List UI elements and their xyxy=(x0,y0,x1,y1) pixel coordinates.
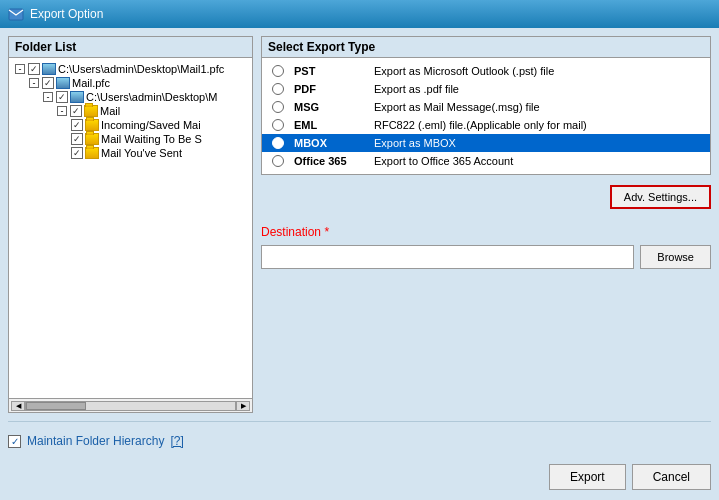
app-icon xyxy=(8,6,24,22)
tree-label-sent: Mail You've Sent xyxy=(101,147,182,159)
tree-item-sent[interactable]: Mail You've Sent xyxy=(13,146,248,160)
tree-label-mail: Mail xyxy=(100,105,120,117)
tree-item-root[interactable]: - C:\Users\admin\Desktop\Mail1.pfc xyxy=(13,62,248,76)
export-options: PST Export as Microsoft Outlook (.pst) f… xyxy=(262,58,710,174)
maintain-hierarchy-label: Maintain Folder Hierarchy xyxy=(27,434,164,448)
browse-button[interactable]: Browse xyxy=(640,245,711,269)
export-option-desc-mbox: Export as MBOX xyxy=(374,137,456,149)
export-option-office365[interactable]: Office 365 Export to Office 365 Account xyxy=(262,152,710,170)
adv-settings-button[interactable]: Adv. Settings... xyxy=(610,185,711,209)
export-option-mbox[interactable]: MBOX Export as MBOX xyxy=(262,134,710,152)
destination-label: Destination * xyxy=(261,225,711,239)
export-option-pst[interactable]: PST Export as Microsoft Outlook (.pst) f… xyxy=(262,62,710,80)
radio-eml[interactable] xyxy=(272,119,284,131)
export-button[interactable]: Export xyxy=(549,464,626,490)
maintain-hierarchy-link[interactable]: [?] xyxy=(170,434,183,448)
divider xyxy=(8,421,711,422)
horizontal-scrollbar[interactable]: ◀ ▶ xyxy=(9,398,252,412)
destination-section: Destination * Browse xyxy=(261,219,711,275)
expand-icon-mailpfc[interactable]: - xyxy=(29,78,39,88)
scroll-left-arrow[interactable]: ◀ xyxy=(11,401,25,411)
radio-pst[interactable] xyxy=(272,65,284,77)
folder-icon-incoming xyxy=(85,119,99,131)
tree-label-mailpfc: Mail.pfc xyxy=(72,77,110,89)
bottom-section: Maintain Folder Hierarchy [?] Export Can… xyxy=(8,419,711,492)
pfc-icon-usersadmin xyxy=(70,91,84,103)
folder-panel: Folder List - C:\Users\admin\Desktop\Mai… xyxy=(8,36,253,413)
export-type-header: Select Export Type xyxy=(262,37,710,58)
maintain-hierarchy-checkbox[interactable] xyxy=(8,435,21,448)
tree-label-waiting: Mail Waiting To Be S xyxy=(101,133,202,145)
tree-label-incoming: Incoming/Saved Mai xyxy=(101,119,201,131)
tree-item-usersadmin[interactable]: - C:\Users\admin\Desktop\M xyxy=(13,90,248,104)
action-bar: Export Cancel xyxy=(8,458,711,492)
folder-icon-waiting xyxy=(85,133,99,145)
export-option-name-office365: Office 365 xyxy=(294,155,364,167)
scrollbar-track[interactable] xyxy=(25,401,236,411)
checkbox-sent[interactable] xyxy=(71,147,83,159)
export-option-name-eml: EML xyxy=(294,119,364,131)
title-bar: Export Option xyxy=(0,0,719,28)
export-option-desc-eml: RFC822 (.eml) file.(Applicable only for … xyxy=(374,119,587,131)
folder-panel-header: Folder List xyxy=(9,37,252,58)
export-option-name-msg: MSG xyxy=(294,101,364,113)
export-type-section: Select Export Type PST Export as Microso… xyxy=(261,36,711,175)
radio-mbox[interactable] xyxy=(272,137,284,149)
checkbox-root[interactable] xyxy=(28,63,40,75)
export-option-msg[interactable]: MSG Export as Mail Message(.msg) file xyxy=(262,98,710,116)
folder-icon-sent xyxy=(85,147,99,159)
checkbox-usersadmin[interactable] xyxy=(56,91,68,103)
tree-item-mailpfc[interactable]: - Mail.pfc xyxy=(13,76,248,90)
tree-item-mail[interactable]: - Mail xyxy=(13,104,248,118)
checkbox-mailpfc[interactable] xyxy=(42,77,54,89)
maintain-hierarchy-row: Maintain Folder Hierarchy [?] xyxy=(8,428,711,454)
export-panel: Select Export Type PST Export as Microso… xyxy=(261,36,711,413)
expand-icon-mail[interactable]: - xyxy=(57,106,67,116)
scroll-right-arrow[interactable]: ▶ xyxy=(236,401,250,411)
tree-label-usersadmin: C:\Users\admin\Desktop\M xyxy=(86,91,217,103)
radio-office365[interactable] xyxy=(272,155,284,167)
export-option-name-mbox: MBOX xyxy=(294,137,364,149)
expand-icon-root[interactable]: - xyxy=(15,64,25,74)
expand-icon-usersadmin[interactable]: - xyxy=(43,92,53,102)
folder-icon-mail xyxy=(84,105,98,117)
adv-settings-row: Adv. Settings... xyxy=(261,181,711,213)
panels: Folder List - C:\Users\admin\Desktop\Mai… xyxy=(8,36,711,413)
radio-pdf[interactable] xyxy=(272,83,284,95)
title-bar-text: Export Option xyxy=(30,7,103,21)
checkbox-mail[interactable] xyxy=(70,105,82,117)
required-asterisk: * xyxy=(321,225,329,239)
tree-label-root: C:\Users\admin\Desktop\Mail1.pfc xyxy=(58,63,224,75)
scrollbar-thumb[interactable] xyxy=(26,402,86,410)
destination-row: Browse xyxy=(261,245,711,269)
folder-tree: - C:\Users\admin\Desktop\Mail1.pfc - Mai… xyxy=(9,58,252,398)
tree-item-incoming[interactable]: Incoming/Saved Mai xyxy=(13,118,248,132)
export-option-desc-pdf: Export as .pdf file xyxy=(374,83,459,95)
export-option-name-pdf: PDF xyxy=(294,83,364,95)
checkbox-waiting[interactable] xyxy=(71,133,83,145)
pfc-icon-root xyxy=(42,63,56,75)
export-option-name-pst: PST xyxy=(294,65,364,77)
export-option-desc-msg: Export as Mail Message(.msg) file xyxy=(374,101,540,113)
export-option-desc-office365: Export to Office 365 Account xyxy=(374,155,513,167)
export-option-eml[interactable]: EML RFC822 (.eml) file.(Applicable only … xyxy=(262,116,710,134)
cancel-button[interactable]: Cancel xyxy=(632,464,711,490)
pfc-icon-mailpfc xyxy=(56,77,70,89)
radio-msg[interactable] xyxy=(272,101,284,113)
export-option-pdf[interactable]: PDF Export as .pdf file xyxy=(262,80,710,98)
main-container: Folder List - C:\Users\admin\Desktop\Mai… xyxy=(0,28,719,500)
tree-item-waiting[interactable]: Mail Waiting To Be S xyxy=(13,132,248,146)
export-option-desc-pst: Export as Microsoft Outlook (.pst) file xyxy=(374,65,554,77)
destination-input[interactable] xyxy=(261,245,634,269)
checkbox-incoming[interactable] xyxy=(71,119,83,131)
